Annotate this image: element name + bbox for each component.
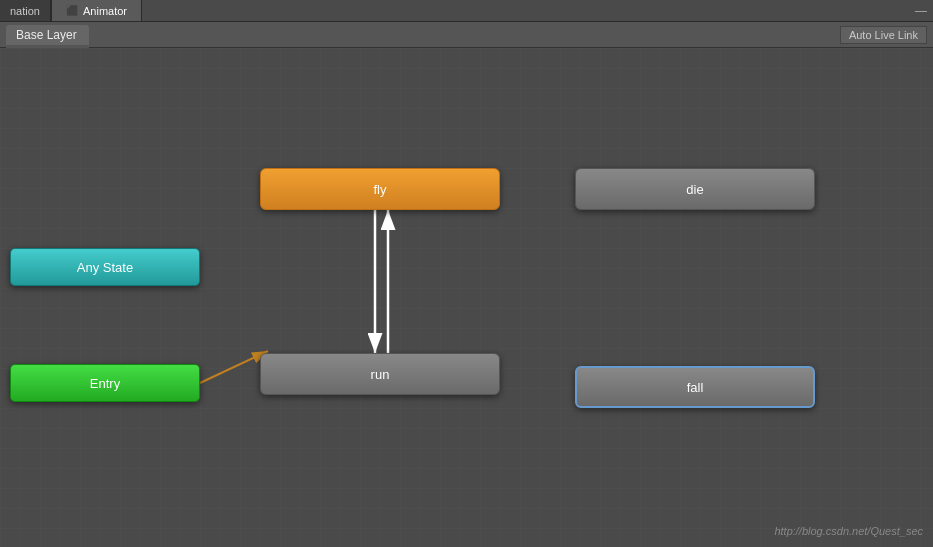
fall-label: fall <box>687 380 704 395</box>
any-state-node[interactable]: Any State <box>10 248 200 286</box>
svg-line-2 <box>200 351 268 383</box>
die-node[interactable]: die <box>575 168 815 210</box>
entry-label: Entry <box>90 376 120 391</box>
minimize-icon[interactable]: — <box>915 4 933 18</box>
run-label: run <box>371 367 390 382</box>
auto-live-link-button[interactable]: Auto Live Link <box>840 26 927 44</box>
animator-canvas[interactable]: Any State Entry fly die run fall http://… <box>0 48 933 547</box>
entry-node[interactable]: Entry <box>10 364 200 402</box>
tab-animation[interactable]: nation <box>0 0 51 21</box>
base-layer-label: Base Layer <box>16 28 77 42</box>
die-label: die <box>686 182 703 197</box>
fly-node[interactable]: fly <box>260 168 500 210</box>
arrows-svg <box>0 48 933 547</box>
tab-animator[interactable]: ⬛ Animator <box>51 0 142 21</box>
animator-icon: ⬛ <box>66 5 78 16</box>
any-state-label: Any State <box>77 260 133 275</box>
run-node[interactable]: run <box>260 353 500 395</box>
tab-animation-label: nation <box>10 5 40 17</box>
base-layer-tab[interactable]: Base Layer <box>6 25 89 45</box>
title-bar: nation ⬛ Animator — <box>0 0 933 22</box>
fall-node[interactable]: fall <box>575 366 815 408</box>
tab-animator-label: Animator <box>83 5 127 17</box>
fly-label: fly <box>374 182 387 197</box>
layer-bar: Base Layer Auto Live Link <box>0 22 933 48</box>
watermark: http://blog.csdn.net/Quest_sec <box>774 525 923 537</box>
